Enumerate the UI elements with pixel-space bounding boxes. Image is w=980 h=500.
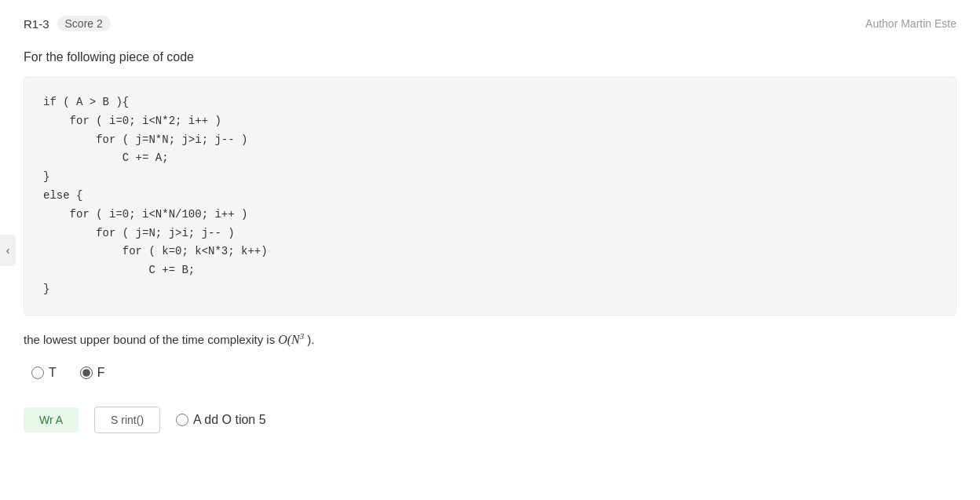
complexity-statement: the lowest upper bound of the time compl… [24, 331, 956, 347]
add-option-radio[interactable]: A dd O tion 5 [176, 413, 266, 427]
header: R1-3 Score 2 Author Martin Este [24, 16, 956, 31]
radio-input-T[interactable] [31, 367, 44, 379]
header-left: R1-3 Score 2 [24, 16, 111, 31]
left-arrow-button[interactable]: ‹ [0, 235, 16, 266]
bottom-section: Wr A S rint() A dd O tion 5 [24, 399, 956, 433]
complexity-prefix: the lowest upper bound of the time compl… [24, 333, 275, 346]
radio-option-T[interactable]: T [31, 366, 57, 380]
wr-a-label: Wr A [39, 414, 63, 426]
radio-option-F[interactable]: F [80, 366, 105, 380]
page-container: ‹ R1-3 Score 2 Author Martin Este For th… [0, 0, 980, 500]
complexity-exponent: 3 [300, 331, 305, 341]
add-option-radio-input[interactable] [176, 414, 188, 426]
chevron-left-icon: ‹ [6, 244, 10, 257]
add-option-label: A dd O tion 5 [193, 413, 266, 427]
wr-a-button[interactable]: Wr A [24, 407, 79, 432]
score-badge: Score 2 [57, 16, 111, 31]
question-intro: For the following piece of code [24, 50, 956, 64]
question-id: R1-3 [24, 17, 49, 31]
code-block: if ( A > B ){ for ( i=0; i<N*2; i++ ) fo… [24, 77, 956, 316]
complexity-suffix: ). [307, 333, 314, 346]
radio-label-F: F [97, 366, 105, 380]
complexity-math: O(N3 [278, 331, 304, 347]
srint-label: S rint() [111, 414, 144, 426]
radio-label-T: T [49, 366, 57, 380]
srint-button[interactable]: S rint() [94, 407, 160, 433]
complexity-math-base: O(N [278, 333, 300, 346]
radio-input-F[interactable] [80, 367, 93, 379]
author-text: Author Martin Este [865, 17, 956, 30]
answer-radio-group: T F [24, 366, 956, 380]
